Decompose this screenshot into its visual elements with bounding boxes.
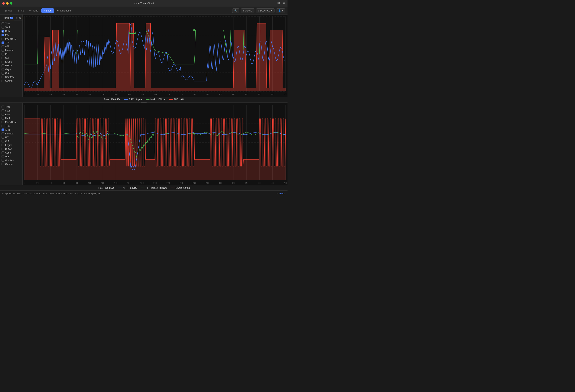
checkbox-gego[interactable] (1, 151, 4, 154)
titlebar-icons: ⚿ ⚙ (277, 2, 285, 5)
field-item-engine[interactable]: Engine (1, 143, 22, 147)
field-item-lambda[interactable]: Lambda (1, 132, 22, 136)
checkbox-tps[interactable] (1, 42, 4, 44)
field-item-engine[interactable]: Engine (1, 60, 22, 64)
checkbox-gbattery[interactable] (1, 76, 4, 78)
field-item-dfco[interactable]: DFCO (1, 64, 22, 68)
field-item-rpm[interactable]: RPM (1, 113, 22, 117)
checkbox-gbattery[interactable] (1, 159, 4, 162)
field-item-gair[interactable]: Gair (1, 155, 22, 159)
github-link[interactable]: GitHub (279, 192, 285, 195)
puzzle-icon: ⚙ (283, 2, 285, 5)
checkbox-rpm[interactable] (1, 30, 4, 32)
checkbox-engine[interactable] (1, 61, 4, 63)
chart-2-canvas[interactable] (23, 103, 288, 185)
field-item-gwarm[interactable]: Gwarm (1, 162, 22, 166)
nav-hub[interactable]: ⊞ Hub (2, 8, 15, 13)
field-item-clt[interactable]: CLT (1, 56, 22, 60)
checkbox-map[interactable] (1, 117, 4, 120)
checkbox-engine[interactable] (1, 144, 4, 146)
checkbox-mapxrpm[interactable] (1, 38, 4, 40)
checkbox-gair[interactable] (1, 155, 4, 158)
fields-list-2: TimeSecLRPMMAPMAPxRPMTPSAFRLambdaIATCLTE… (0, 103, 22, 167)
field-item-dfco[interactable]: DFCO (1, 147, 22, 151)
field-item-afr[interactable]: AFR (1, 128, 22, 132)
tab-files-1[interactable]: Files 6 (15, 16, 23, 20)
checkbox-dfco[interactable] (1, 64, 4, 67)
statusbar-right: ⊙ GitHub (276, 192, 285, 195)
checkbox-tps[interactable] (1, 125, 4, 127)
minimize-button[interactable] (6, 2, 9, 5)
checkbox-time[interactable] (1, 106, 4, 108)
field-item-time[interactable]: Time (1, 105, 22, 109)
checkbox-clt[interactable] (1, 57, 4, 59)
close-button[interactable] (2, 2, 5, 5)
nav-tune[interactable]: ✏ Tune (27, 8, 41, 13)
search-button[interactable]: 🔍 (232, 8, 239, 13)
checkbox-time[interactable] (1, 22, 4, 25)
field-item-lambda[interactable]: Lambda (1, 48, 22, 52)
field-item-tps[interactable]: TPS (1, 41, 22, 45)
field-item-time[interactable]: Time (1, 22, 22, 25)
field-item-gego[interactable]: Gego (1, 151, 22, 155)
chart-1-container[interactable] (23, 15, 288, 97)
chart-2-legend: Time: 260.655s AFR: 8.40O2 AFR Target: 8… (0, 185, 288, 191)
chart-2-container[interactable] (23, 103, 288, 185)
field-item-mapxrpm[interactable]: MAPxRPM (1, 120, 22, 124)
field-item-iat[interactable]: IAT (1, 52, 22, 56)
nav-logs[interactable]: ≡ Logs (41, 8, 54, 13)
logs-icon: ≡ (44, 9, 45, 12)
panel-2-with-sidebar: TimeSecLRPMMAPMAPxRPMTPSAFRLambdaIATCLTE… (0, 103, 288, 185)
checkbox-secl[interactable] (1, 109, 4, 112)
nav-diagnose[interactable]: ⚙ Diagnose (55, 8, 73, 13)
nav-info[interactable]: ℹ Info (16, 8, 26, 13)
checkbox-map[interactable] (1, 34, 4, 36)
field-item-gair[interactable]: Gair (1, 71, 22, 75)
checkbox-gwarm[interactable] (1, 80, 4, 82)
field-item-clt[interactable]: CLT (1, 139, 22, 143)
upload-icon: ↑ (243, 9, 244, 12)
field-item-map[interactable]: MAP (1, 117, 22, 120)
checkbox-afr[interactable] (1, 45, 4, 48)
checkbox-clt[interactable] (1, 140, 4, 143)
field-item-gego[interactable]: Gego (1, 68, 22, 71)
checkbox-rpm[interactable] (1, 113, 4, 116)
field-item-gbattery[interactable]: Gbattery (1, 159, 22, 162)
chart1-time-label: Time: 260.655s (104, 98, 120, 101)
upload-button[interactable]: ↑ Upload (241, 8, 254, 13)
app-title: HyperTuner Cloud (134, 2, 154, 5)
checkbox-mapxrpm[interactable] (1, 121, 4, 123)
afrtarget-color-swatch (141, 188, 145, 188)
field-item-afr[interactable]: AFR (1, 45, 22, 48)
fields-list-1: TimeSecLRPMMAPMAPxRPMTPSAFRLambdaIATCLTE… (0, 21, 22, 84)
field-item-iat[interactable]: IAT (1, 136, 22, 139)
tab-fields-1[interactable]: Fields 87 (1, 16, 14, 20)
checkbox-iat[interactable] (1, 53, 4, 55)
field-item-gwarm[interactable]: Gwarm (1, 79, 22, 83)
field-item-mapxrpm[interactable]: MAPxRPM (1, 37, 22, 41)
checkbox-lambda[interactable] (1, 132, 4, 135)
field-item-gbattery[interactable]: Gbattery (1, 75, 22, 79)
field-item-secl[interactable]: SecL (1, 109, 22, 113)
checkbox-gwarm[interactable] (1, 163, 4, 165)
field-item-tps[interactable]: TPS (1, 124, 22, 128)
checkbox-secl[interactable] (1, 26, 4, 29)
checkbox-dfco[interactable] (1, 148, 4, 150)
sidebar-2: TimeSecLRPMMAPMAPxRPMTPSAFRLambdaIATCLTE… (0, 103, 23, 185)
user-button[interactable]: 👤 ▾ (276, 8, 285, 13)
chart1-map-legend: MAP: 100kpa (146, 98, 165, 101)
field-item-map[interactable]: MAP (1, 33, 22, 37)
checkbox-gego[interactable] (1, 68, 4, 71)
chart-panel-1: Fields 87 Files 6 TimeSecLRPMMAPMAPxRPMT… (0, 15, 288, 102)
checkbox-iat[interactable] (1, 136, 4, 139)
maximize-button[interactable] (10, 2, 12, 5)
chart-panels: Fields 87 Files 6 TimeSecLRPMMAPMAPxRPMT… (0, 15, 288, 191)
chart-1-canvas[interactable] (23, 15, 288, 97)
field-item-rpm[interactable]: RPM (1, 29, 22, 33)
checkbox-lambda[interactable] (1, 49, 4, 52)
chart2-time-label: Time: 260.655s (98, 187, 114, 189)
checkbox-gair[interactable] (1, 72, 4, 74)
download-button[interactable]: ↓ Download ▾ (256, 8, 274, 13)
checkbox-afr[interactable] (1, 128, 4, 131)
field-item-secl[interactable]: SecL (1, 25, 22, 29)
